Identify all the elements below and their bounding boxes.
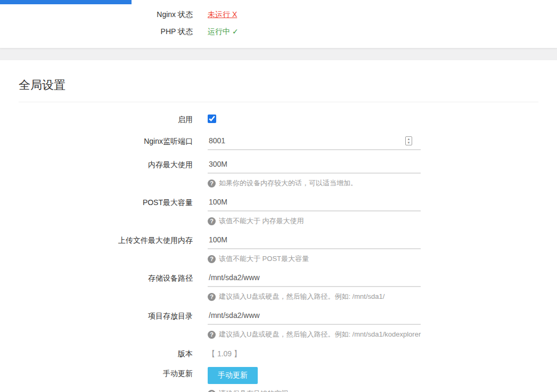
project-dir-input[interactable] <box>208 309 421 325</box>
field-upload-max: 上传文件最大使用内存 ? 该值不能大于 POST最大容量 <box>19 234 538 264</box>
help-text: 请确保具有足够的空间。 <box>219 389 295 392</box>
question-icon: ? <box>208 217 216 225</box>
nginx-status-value: 未运行 X <box>208 10 237 20</box>
nginx-port-label: Nginx监听端口 <box>19 135 208 146</box>
question-icon: ? <box>208 293 216 301</box>
section-gap <box>0 48 557 60</box>
upload-max-help: ? 该值不能大于 POST最大容量 <box>208 254 421 264</box>
manual-update-button[interactable]: 手动更新 <box>208 367 258 384</box>
php-status-label: PHP 状态 <box>0 27 208 37</box>
device-path-help: ? 建议插入U盘或硬盘，然后输入路径。例如: /mnt/sda1/ <box>208 292 421 301</box>
field-enable: 启用 <box>19 113 538 125</box>
status-row-php: PHP 状态 运行中 ✓ <box>0 23 557 40</box>
nginx-port-input[interactable] <box>208 135 421 150</box>
enable-label: 启用 <box>19 113 208 125</box>
question-icon: ? <box>208 331 216 339</box>
project-dir-label: 项目存放目录 <box>19 309 208 321</box>
help-text: 建议插入U盘或硬盘，然后输入路径。例如: /mnt/sda1/kodexplor… <box>219 330 421 339</box>
number-spinner-icon[interactable]: ▲ ▼ <box>405 136 412 145</box>
max-memory-label: 内存最大使用 <box>19 158 208 170</box>
field-post-max: POST最大容量 ? 该值不能大于 内存最大使用 <box>19 196 538 226</box>
settings-title: 全局设置 <box>19 77 538 93</box>
status-row-nginx: Nginx 状态 未运行 X <box>0 6 557 23</box>
project-dir-help: ? 建议插入U盘或硬盘，然后输入路径。例如: /mnt/sda1/kodexpl… <box>208 330 421 339</box>
max-memory-help: ? 如果你的设备内存较大的话，可以适当增加。 <box>208 178 421 188</box>
enable-checkbox[interactable] <box>208 115 216 123</box>
status-card: Nginx 状态 未运行 X PHP 状态 运行中 ✓ <box>0 0 557 48</box>
help-text: 如果你的设备内存较大的话，可以适当增加。 <box>219 178 357 188</box>
field-manual-update: 手动更新 手动更新 ? 请确保具有足够的空间。 第一次运行务必填好设备路径和存放… <box>19 367 538 392</box>
upload-max-label: 上传文件最大使用内存 <box>19 234 208 246</box>
manual-update-help: ? 请确保具有足够的空间。 <box>208 389 421 392</box>
spinner-up-icon: ▲ <box>407 137 411 141</box>
max-memory-input[interactable] <box>208 158 421 174</box>
help-text: 建议插入U盘或硬盘，然后输入路径。例如: /mnt/sda1/ <box>219 292 384 301</box>
top-accent-bar <box>0 0 132 4</box>
field-version: 版本 【 1.09 】 <box>19 347 538 359</box>
upload-max-input[interactable] <box>208 234 421 249</box>
php-status-value: 运行中 ✓ <box>208 27 239 37</box>
device-path-label: 存储设备路径 <box>19 272 208 283</box>
question-icon: ? <box>208 390 216 392</box>
manual-update-label: 手动更新 <box>19 367 208 379</box>
title-divider <box>19 102 538 102</box>
nginx-status-label: Nginx 状态 <box>0 10 208 20</box>
post-max-help: ? 该值不能大于 内存最大使用 <box>208 216 421 226</box>
device-path-input[interactable] <box>208 272 421 287</box>
field-device-path: 存储设备路径 ? 建议插入U盘或硬盘，然后输入路径。例如: /mnt/sda1/ <box>19 272 538 301</box>
help-text: 该值不能大于 POST最大容量 <box>219 254 309 264</box>
help-text: 该值不能大于 内存最大使用 <box>219 216 304 226</box>
post-max-input[interactable] <box>208 196 421 211</box>
settings-card: 全局设置 启用 Nginx监听端口 ▲ ▼ 内存最大使用 ? 如果你的设备内存较… <box>0 60 557 392</box>
version-value: 【 1.09 】 <box>208 347 241 359</box>
version-label: 版本 <box>19 347 208 359</box>
field-project-dir: 项目存放目录 ? 建议插入U盘或硬盘，然后输入路径。例如: /mnt/sda1/… <box>19 309 538 339</box>
question-icon: ? <box>208 179 216 187</box>
field-max-memory: 内存最大使用 ? 如果你的设备内存较大的话，可以适当增加。 <box>19 158 538 188</box>
post-max-label: POST最大容量 <box>19 196 208 208</box>
field-nginx-port: Nginx监听端口 ▲ ▼ <box>19 135 538 150</box>
spinner-down-icon: ▼ <box>407 141 411 145</box>
question-icon: ? <box>208 255 216 263</box>
